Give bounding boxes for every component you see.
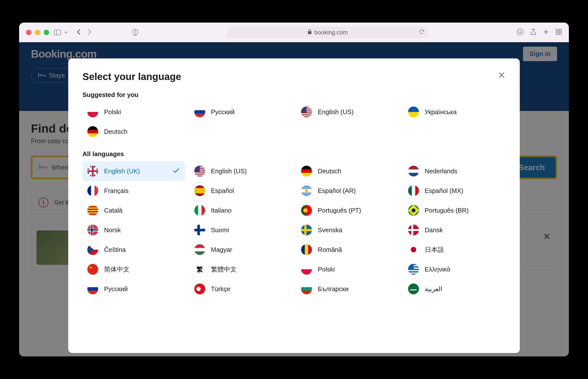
flag-icon-dk [408,225,419,236]
minimize-window-button[interactable] [35,30,40,35]
flag-icon-hu [194,244,205,255]
language-option-hu[interactable]: Magyar [189,240,292,259]
language-option-tr[interactable]: Türkçe [189,279,292,299]
flag-icon-de [87,126,98,137]
lock-icon [308,29,312,36]
flag-icon-tr [194,284,205,294]
language-option-bg[interactable]: Български [296,279,399,299]
language-option-fi[interactable]: Suomi [189,220,292,240]
language-option-ru[interactable]: Русский [189,102,292,122]
language-option-us[interactable]: English (US) [189,161,292,181]
language-option-de[interactable]: Deutsch [82,122,185,142]
flag-icon-bg [301,284,312,294]
shield-icon[interactable] [132,29,139,36]
language-label: Română [318,246,342,253]
flag-icon-de [301,166,312,176]
language-option-pl[interactable]: Polski [82,102,185,122]
language-option-tw[interactable]: 繁繁體中文 [189,259,292,279]
svg-rect-5 [559,29,561,32]
language-option-nl[interactable]: Nederlands [403,161,506,181]
new-tab-icon[interactable] [543,29,549,36]
flag-icon-gb [87,166,98,176]
refresh-icon[interactable] [419,29,425,36]
sidebar-toggle-icon[interactable] [54,30,61,35]
language-label: 日本語 [425,245,444,254]
flag-icon-us [301,107,312,117]
language-option-cz[interactable]: Čeština [82,240,185,259]
share-icon[interactable] [530,28,537,37]
close-icon[interactable] [498,71,506,80]
tabs-overview-icon[interactable] [556,29,562,36]
language-label: Türkçe [211,285,231,293]
language-label: Português (BR) [425,207,469,214]
language-option-ru[interactable]: Русский [82,279,185,299]
language-label: English (UK) [104,167,140,175]
language-label: Čeština [104,246,126,253]
language-modal: Select your language Suggested for you P… [68,58,520,353]
close-window-button[interactable] [26,30,31,35]
language-label: Suomi [211,226,229,234]
language-option-cat[interactable]: Català [82,201,185,220]
flag-icon-pl [87,107,98,117]
flag-icon-gr [408,264,419,275]
language-option-dk[interactable]: Dansk [403,220,506,240]
flag-icon-fr [87,185,98,196]
flag-icon-us [194,166,205,176]
language-label: Български [318,285,348,293]
all-languages-heading: All languages [82,150,506,158]
language-option-sa[interactable]: العربية [403,279,506,299]
svg-rect-7 [559,32,561,35]
language-option-us[interactable]: English (US) [296,102,399,122]
flag-icon-ro [301,244,312,255]
flag-icon-ua [408,107,419,117]
language-label: Русский [211,108,235,116]
downloads-icon[interactable] [517,29,524,36]
back-button[interactable] [76,28,82,37]
language-label: Português (PT) [318,207,361,214]
language-option-pl[interactable]: Polski [296,259,399,279]
language-option-ua[interactable]: Українська [403,102,506,122]
language-label: Dansk [425,226,443,234]
browser-toolbar: booking.com [19,23,569,42]
flag-icon-cz [87,244,98,255]
language-option-it[interactable]: Italiano [189,201,292,220]
language-option-gr[interactable]: Ελληνικά [403,259,506,279]
language-option-fr[interactable]: Français [82,181,185,201]
chevron-down-icon[interactable] [64,31,68,34]
window-controls [26,30,49,35]
flag-icon-cat [87,205,98,216]
language-label: Català [104,207,123,214]
language-label: Español (MX) [425,187,464,195]
language-option-mx[interactable]: Español (MX) [403,181,506,201]
flag-icon-pt [301,205,312,216]
language-option-no[interactable]: Norsk [82,220,185,240]
address-bar[interactable]: booking.com [227,27,428,38]
flag-icon-pl [301,264,312,275]
all-languages-grid: English (UK)English (US)DeutschNederland… [82,161,506,299]
language-label: Deutsch [104,128,127,136]
language-option-ro[interactable]: Română [296,240,399,259]
language-option-jp[interactable]: 日本語 [403,240,506,259]
language-option-es[interactable]: Español [189,181,292,201]
address-text: booking.com [314,29,348,36]
language-label: Italiano [211,207,232,214]
flag-icon-no [87,225,98,236]
language-option-cn[interactable]: 简体中文 [82,259,185,279]
maximize-window-button[interactable] [44,30,49,35]
language-option-se[interactable]: Svenska [296,220,399,240]
language-option-ar[interactable]: Español (AR) [296,181,399,201]
flag-icon-jp [408,244,419,255]
language-option-pt[interactable]: Português (PT) [296,201,399,220]
language-label: Magyar [211,246,232,253]
language-option-br[interactable]: Português (BR) [403,201,506,220]
language-option-de[interactable]: Deutsch [296,161,399,181]
suggested-languages-grid: PolskiРусскийEnglish (US)УкраїнськаDeuts… [82,102,506,142]
flag-icon-nl [408,166,419,176]
flag-icon-it [194,205,205,216]
flag-icon-ar [301,185,312,196]
svg-rect-0 [54,30,61,35]
svg-rect-2 [308,31,311,34]
language-option-gb[interactable]: English (UK) [82,161,185,181]
forward-button[interactable] [86,28,93,37]
language-label: Norsk [104,226,121,234]
